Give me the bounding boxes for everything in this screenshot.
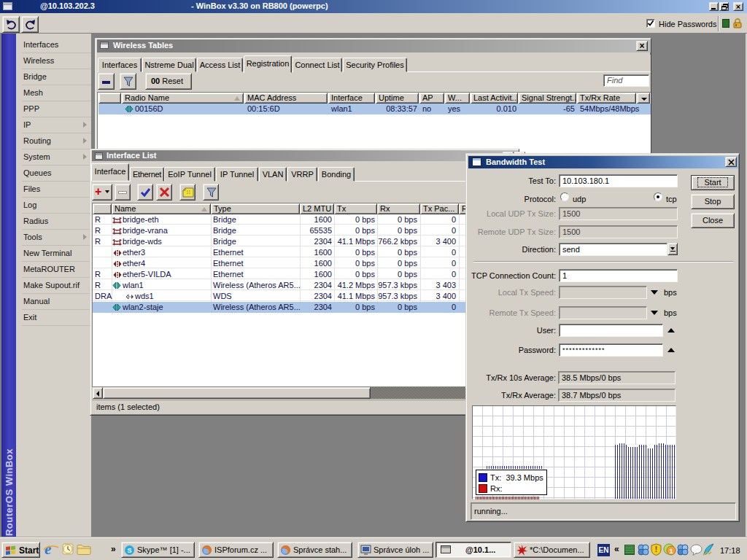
svg-text:!: !: [655, 545, 657, 553]
svg-text:1: 1: [669, 548, 673, 555]
svg-text:S: S: [127, 547, 131, 554]
